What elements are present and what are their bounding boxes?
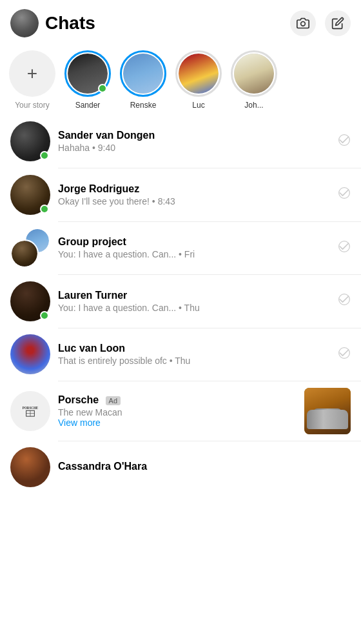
user-avatar[interactable] xyxy=(10,9,39,37)
compose-button[interactable] xyxy=(325,10,351,36)
chat-item-sander[interactable]: Sander van Dongen Hahaha • 9:40 xyxy=(0,115,361,168)
chat-meta-lauren xyxy=(338,293,351,309)
add-story-item[interactable]: + Your story xyxy=(9,50,55,110)
your-story-label: Your story xyxy=(15,101,50,110)
chat-meta-sander xyxy=(338,134,351,150)
ad-image xyxy=(304,388,351,434)
add-story-plus: + xyxy=(27,63,37,84)
story-item-luc[interactable]: Luc xyxy=(175,50,222,110)
chat-avatar-wrap-jorge xyxy=(10,175,50,215)
porsche-logo-avatar: PORSCHE xyxy=(10,391,50,431)
chat-info-porsche: Porsche Ad The new Macan View more xyxy=(58,394,299,428)
header-actions xyxy=(290,10,351,36)
chat-name-group: Group project xyxy=(58,236,333,248)
chat-info-luc: Luc van Loon That is entirely possible o… xyxy=(58,343,333,366)
group-avatar-1 xyxy=(10,239,39,268)
online-indicator-sander xyxy=(40,151,49,160)
chat-preview-group: You: I have a question. Can... • Fri xyxy=(58,249,333,259)
check-icon-sander xyxy=(338,134,351,150)
story-item-renske[interactable]: Renske xyxy=(120,50,166,110)
story-label-john: Joh... xyxy=(244,101,263,110)
chat-info-sander: Sander van Dongen Hahaha • 9:40 xyxy=(58,130,333,153)
chat-info-jorge: Jorge Rodriguez Okay I'll see you there!… xyxy=(58,183,333,206)
story-item-john[interactable]: Joh... xyxy=(231,50,277,110)
story-label-sander: Sander xyxy=(75,101,101,110)
chat-list: Sander van Dongen Hahaha • 9:40 Jorge Ro… xyxy=(0,115,361,494)
story-avatar-john xyxy=(234,54,274,94)
chat-name-jorge: Jorge Rodriguez xyxy=(58,183,333,195)
check-icon-group xyxy=(338,240,351,256)
chat-item-lauren[interactable]: Lauren Turner You: I have a question. Ca… xyxy=(0,275,361,328)
chat-info-lauren: Lauren Turner You: I have a question. Ca… xyxy=(58,290,333,313)
online-indicator-jorge xyxy=(40,205,49,214)
story-ring-sander xyxy=(64,50,111,97)
porsche-logo-icon: PORSCHE xyxy=(18,397,43,422)
chat-avatar-wrap-lauren xyxy=(10,281,50,321)
chat-item-luc[interactable]: Luc van Loon That is entirely possible o… xyxy=(0,328,361,381)
chat-item-jorge[interactable]: Jorge Rodriguez Okay I'll see you there!… xyxy=(0,168,361,221)
camera-button[interactable] xyxy=(290,10,316,36)
chat-preview-luc: That is entirely possible ofc • Thu xyxy=(58,356,333,366)
story-ring-renske xyxy=(120,50,166,97)
chat-preview-porsche: The new Macan xyxy=(58,407,299,418)
header: Chats xyxy=(0,0,361,44)
chat-info-cassandra: Cassandra O'Hara xyxy=(58,461,351,474)
chat-name-porsche: Porsche Ad xyxy=(58,394,299,406)
chat-name-cassandra: Cassandra O'Hara xyxy=(58,461,351,472)
story-label-luc: Luc xyxy=(192,101,204,110)
chat-meta-jorge xyxy=(338,186,351,203)
chat-avatar-cassandra xyxy=(10,447,50,487)
camera-icon xyxy=(297,17,309,30)
story-item-sander[interactable]: Sander xyxy=(64,50,111,110)
chat-avatar-luc xyxy=(10,334,50,374)
add-story-circle: + xyxy=(9,50,55,97)
check-icon-jorge xyxy=(338,186,351,203)
story-ring-luc xyxy=(175,50,222,97)
story-avatar-luc xyxy=(179,54,219,94)
chat-item-porsche-ad[interactable]: PORSCHE Porsche Ad The new Macan View mo… xyxy=(0,381,361,441)
chat-preview-sander: Hahaha • 9:40 xyxy=(58,143,333,153)
ad-car-body xyxy=(307,410,348,429)
chat-meta-luc xyxy=(338,347,351,363)
story-label-renske: Renske xyxy=(130,101,157,110)
chat-preview-lauren: You: I have a question. Can... • Thu xyxy=(58,303,333,313)
view-more-link[interactable]: View more xyxy=(58,418,299,428)
story-ring-john xyxy=(231,50,277,97)
online-dot-sander xyxy=(98,84,107,93)
page-title: Chats xyxy=(45,13,290,34)
check-icon-luc xyxy=(338,347,351,363)
chat-avatar-wrap-sander xyxy=(10,121,50,161)
porsche-logo-text: PORSCHE xyxy=(18,397,43,425)
compose-icon xyxy=(331,17,344,30)
chat-item-cassandra[interactable]: Cassandra O'Hara xyxy=(0,441,361,494)
check-icon-lauren xyxy=(338,293,351,309)
stories-section: + Your story Sander Renske Luc xyxy=(0,44,361,112)
chat-preview-jorge: Okay I'll see you there! • 8:43 xyxy=(58,196,333,206)
chat-avatar-wrap-group xyxy=(10,228,50,268)
svg-point-0 xyxy=(301,22,306,26)
chat-meta-group xyxy=(338,240,351,256)
chat-name-lauren: Lauren Turner xyxy=(58,290,333,301)
ad-thumbnail xyxy=(304,388,351,434)
chat-avatar-wrap-cassandra xyxy=(10,447,50,487)
svg-text:PORSCHE: PORSCHE xyxy=(23,405,39,409)
chat-name-sander: Sander van Dongen xyxy=(58,130,333,141)
chat-name-luc: Luc van Loon xyxy=(58,343,333,354)
chat-info-group: Group project You: I have a question. Ca… xyxy=(58,236,333,259)
chat-avatar-wrap-luc xyxy=(10,334,50,374)
story-avatar-renske xyxy=(123,54,163,94)
chat-item-group[interactable]: Group project You: I have a question. Ca… xyxy=(0,221,361,274)
ad-badge: Ad xyxy=(106,396,121,405)
online-indicator-lauren xyxy=(40,311,49,320)
